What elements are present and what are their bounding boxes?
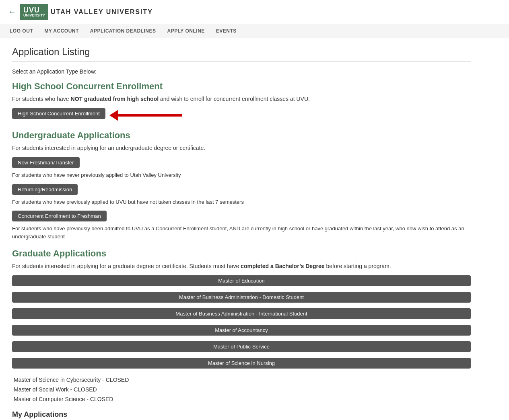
master-of-public-service-button[interactable]: Master of Public Service	[12, 341, 471, 352]
undergraduate-section: Undergraduate Applications For students …	[12, 130, 471, 240]
social-work-closed: Master of Social Work - CLOSED	[12, 386, 471, 393]
grad-desc-bold: completed a Bachelor’s Degree	[241, 263, 325, 269]
graduate-description: For students interested in applying for …	[12, 262, 471, 270]
concurrent-enrollment-to-freshman-button[interactable]: Concurrent Enrollment to Freshman	[12, 211, 107, 221]
graduate-section: Graduate Applications For students inter…	[12, 248, 471, 402]
hs-button-row: High School Concurrent Enrollment	[12, 108, 471, 122]
grad-desc-post: before starting a program.	[325, 263, 391, 269]
cybersecurity-closed: Master of Science in Cybersecurity - CLO…	[12, 377, 471, 383]
logo-uvu-text: UVU	[23, 6, 40, 14]
new-freshman-description: For students who have never previously a…	[12, 171, 471, 179]
undergraduate-description: For students interested in applying for …	[12, 144, 471, 152]
high-school-section: High School Concurrent Enrollment For st…	[12, 81, 471, 122]
computer-science-closed: Master of Computer Science - CLOSED	[12, 396, 471, 402]
university-name: UTAH VALLEY UNIVERSITY	[51, 8, 153, 16]
master-of-education-button[interactable]: Master of Education	[12, 275, 471, 286]
title-divider	[12, 61, 471, 62]
graduate-heading: Graduate Applications	[12, 248, 471, 259]
high-school-concurrent-enrollment-button[interactable]: High School Concurrent Enrollment	[12, 108, 105, 119]
returning-description: For students who have previously applied…	[12, 198, 471, 206]
logo-area: UVU UNIVERSITY UTAH VALLEY UNIVERSITY	[20, 4, 153, 20]
nav-application-deadlines[interactable]: APPLICATION DEADLINES	[89, 24, 158, 38]
nav-events[interactable]: EVENTS	[214, 24, 238, 38]
graduate-button-group: Master of Education Master of Business A…	[12, 275, 471, 372]
hs-desc-pre: For students who have	[12, 96, 71, 102]
main-content: Application Listing Select an Applicatio…	[0, 38, 483, 420]
logo-university-subtext: UNIVERSITY	[23, 14, 45, 17]
nav-my-account[interactable]: MY ACCOUNT	[43, 24, 80, 38]
returning-readmission-button[interactable]: Returning/Readmission	[12, 184, 78, 195]
nav-logout[interactable]: LOG OUT	[8, 24, 35, 38]
master-of-business-admin-domestic-button[interactable]: Master of Business Administration - Dome…	[12, 292, 471, 303]
my-applications-section: My Applications	[12, 410, 471, 420]
master-of-science-nursing-button[interactable]: Master of Science in Nursing	[12, 358, 471, 369]
master-of-accountancy-button[interactable]: Master of Accountancy	[12, 325, 471, 336]
my-applications-heading: My Applications	[12, 410, 471, 419]
arrow-line	[117, 114, 182, 117]
high-school-description: For students who have NOT graduated from…	[12, 95, 471, 103]
master-of-business-admin-international-button[interactable]: Master of Business Administration - Inte…	[12, 308, 471, 319]
concurrent-to-freshman-description: For students who have previously been ad…	[12, 225, 471, 240]
uvu-logo: UVU UNIVERSITY	[20, 4, 48, 20]
arrow-head	[109, 110, 118, 121]
new-freshman-transfer-button[interactable]: New Freshman/Transfer	[12, 157, 80, 168]
nav-apply-online[interactable]: APPLY ONLINE	[165, 24, 206, 38]
hs-desc-bold: NOT graduated from high school	[71, 96, 159, 102]
undergrad-button-group: New Freshman/Transfer For students who h…	[12, 157, 471, 240]
high-school-heading: High School Concurrent Enrollment	[12, 81, 471, 92]
arrow-annotation	[109, 110, 182, 121]
page-title: Application Listing	[12, 46, 471, 57]
grad-desc-pre: For students interested in applying for …	[12, 263, 241, 269]
undergraduate-heading: Undergraduate Applications	[12, 130, 471, 141]
back-arrow-icon[interactable]: ←	[8, 7, 16, 16]
select-label: Select an Application Type Below:	[12, 68, 471, 75]
header: ← UVU UNIVERSITY UTAH VALLEY UNIVERSITY	[0, 0, 509, 24]
hs-desc-post: and wish to enroll for concurrent enroll…	[159, 96, 310, 102]
navigation-bar: LOG OUT MY ACCOUNT APPLICATION DEADLINES…	[0, 24, 509, 38]
